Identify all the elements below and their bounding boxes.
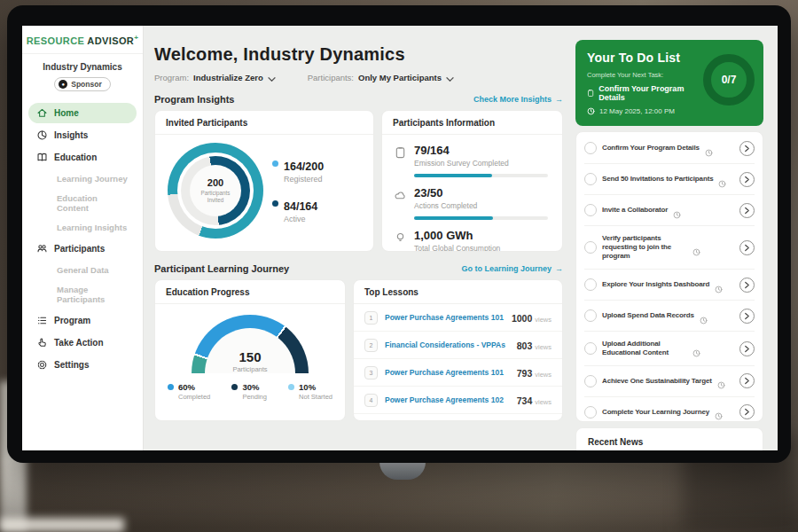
task-row[interactable]: Confirm Your Program Details bbox=[584, 133, 755, 164]
task-label: Send 50 Invitations to Participants bbox=[602, 175, 713, 184]
org-name: Industry Dynamics bbox=[22, 62, 143, 72]
views-count: 734 bbox=[517, 395, 533, 406]
task-row[interactable]: Verify participants requesting to join t… bbox=[584, 226, 755, 270]
donut-center-label: Participants Invited bbox=[198, 190, 233, 204]
lesson-row: 1 Power Purchase Agreements 101 1000view… bbox=[354, 304, 562, 332]
donut-center-value: 200 bbox=[207, 177, 223, 188]
sidebar-item-general-data[interactable]: General Data bbox=[28, 261, 137, 279]
views-suffix: views bbox=[535, 371, 552, 379]
invited-participants-body: 200 Participants Invited 164/200 Registe… bbox=[155, 135, 373, 239]
lesson-link[interactable]: Power Purchase Agreements 102 bbox=[385, 395, 510, 404]
sidebar-item-label: Program bbox=[54, 316, 90, 325]
list-icon bbox=[36, 315, 48, 326]
task-label: Explore Your Insights Dashboard bbox=[602, 280, 709, 289]
lesson-row: 3 Power Purchase Agreements 101 793views bbox=[354, 359, 562, 387]
sidebar-item-label: Participants bbox=[54, 244, 105, 254]
legend-dot bbox=[272, 160, 278, 167]
task-open-button[interactable] bbox=[739, 278, 755, 293]
gauge-label: Participants bbox=[192, 365, 309, 373]
pie-chart-icon bbox=[36, 129, 48, 141]
task-row[interactable]: Complete Your Learning Journey bbox=[584, 397, 755, 428]
sidebar-item-manage-participants[interactable]: Manage Participants bbox=[28, 280, 137, 309]
sidebar-item-participants[interactable]: Participants bbox=[28, 239, 137, 259]
sidebar-item-insights[interactable]: Insights bbox=[28, 125, 137, 145]
sponsor-icon: ● bbox=[59, 80, 67, 89]
task-checkbox[interactable] bbox=[584, 342, 597, 355]
task-label: Upload Additional Educational Content bbox=[602, 340, 687, 358]
lesson-rank: 3 bbox=[364, 366, 378, 379]
metric-label: Actions Completed bbox=[414, 201, 477, 210]
task-open-button[interactable] bbox=[739, 404, 755, 419]
legend-item-not-started: 10% Not Started bbox=[288, 382, 332, 401]
task-checkbox[interactable] bbox=[584, 309, 597, 322]
gear-icon bbox=[36, 359, 48, 371]
sidebar-item-learning-journey[interactable]: Learning Journey bbox=[28, 169, 137, 188]
sidebar-item-education[interactable]: Education bbox=[28, 147, 137, 168]
recent-news-card: Recent News bbox=[575, 427, 763, 450]
sponsor-badge-label: Sponsor bbox=[71, 80, 101, 89]
task-row[interactable]: Upload Additional Educational Content bbox=[584, 332, 755, 366]
sidebar-item-settings[interactable]: Settings bbox=[28, 355, 137, 375]
invited-participants-card: Invited Participants 200 Participants In… bbox=[154, 110, 374, 252]
legend-value: 84/164 bbox=[284, 200, 317, 213]
todo-progress-value: 0/7 bbox=[722, 74, 737, 86]
sponsor-badge[interactable]: ● Sponsor bbox=[54, 77, 110, 91]
sidebar-item-take-action[interactable]: Take Action bbox=[28, 332, 137, 353]
dashboard-screen: RESOURCE ADVISOR+ Industry Dynamics ● Sp… bbox=[22, 26, 778, 450]
views-suffix: views bbox=[535, 316, 552, 324]
task-open-button[interactable] bbox=[739, 240, 755, 255]
task-checkbox[interactable] bbox=[584, 204, 597, 216]
sidebar-item-home[interactable]: Home bbox=[28, 103, 137, 123]
views-count: 803 bbox=[517, 340, 533, 351]
monitor-bezel: RESOURCE ADVISOR+ Industry Dynamics ● Sp… bbox=[7, 5, 791, 463]
sidebar-item-learning-insights[interactable]: Learning Insights bbox=[28, 218, 137, 237]
legend-item-registered: 164/200 Registered bbox=[272, 158, 324, 184]
lesson-link[interactable]: Financial Considerations - VPPAs bbox=[385, 340, 510, 349]
clock-icon bbox=[692, 345, 700, 353]
check-more-insights-link[interactable]: Check More Insights → bbox=[473, 95, 563, 104]
sidebar-item-label: Home bbox=[54, 108, 79, 118]
program-filter[interactable]: Program: Industrialize Zero bbox=[154, 73, 276, 82]
go-to-learning-journey-link[interactable]: Go to Learning Journey → bbox=[461, 264, 563, 273]
lesson-link[interactable]: Power Purchase Agreements 101 bbox=[385, 313, 505, 322]
task-open-button[interactable] bbox=[739, 141, 755, 156]
legend-label: Completed bbox=[178, 393, 210, 401]
sidebar-item-label: Take Action bbox=[54, 338, 104, 348]
task-open-button[interactable] bbox=[739, 373, 755, 388]
task-open-button[interactable] bbox=[739, 341, 755, 356]
legend-label: Registered bbox=[284, 175, 324, 184]
clock-icon bbox=[715, 408, 723, 416]
task-checkbox[interactable] bbox=[584, 278, 597, 291]
task-checkbox[interactable] bbox=[584, 375, 597, 387]
task-row[interactable]: Invite a Collaborator bbox=[584, 195, 755, 226]
learning-journey-header: Participant Learning Journey Go to Learn… bbox=[154, 263, 563, 274]
todo-due: 12 May 2025, 12:00 PM bbox=[587, 107, 752, 115]
task-row[interactable]: Explore Your Insights Dashboard bbox=[584, 270, 755, 301]
program-insights-header: Program Insights Check More Insights → bbox=[154, 94, 563, 105]
participants-filter[interactable]: Participants: Only My Participants bbox=[308, 73, 454, 82]
metric-label: Emission Survey Completed bbox=[414, 159, 509, 168]
donut-center: 200 Participants Invited bbox=[190, 165, 241, 216]
lesson-link[interactable]: Power Purchase Agreements 101 bbox=[385, 368, 510, 377]
task-row[interactable]: Achieve One Sustainability Target bbox=[584, 366, 755, 397]
task-open-button[interactable] bbox=[739, 309, 755, 324]
legend-value: 60% bbox=[178, 382, 210, 392]
logo-text-secondary: ADVISOR bbox=[87, 35, 134, 46]
legend-value: 164/200 bbox=[284, 160, 324, 173]
sidebar-item-program[interactable]: Program bbox=[28, 310, 137, 331]
sidebar-nav: Home Insights Education Learning Journey… bbox=[22, 99, 143, 379]
legend-value: 30% bbox=[242, 382, 267, 392]
task-checkbox[interactable] bbox=[584, 173, 597, 185]
sidebar-item-education-content[interactable]: Education Content bbox=[28, 189, 137, 217]
task-open-button[interactable] bbox=[739, 172, 755, 187]
gauge-center-text: 150 Participants bbox=[192, 349, 309, 373]
metric-actions: 23/50 Actions Completed bbox=[382, 177, 562, 210]
task-checkbox[interactable] bbox=[584, 406, 597, 419]
task-checkbox[interactable] bbox=[584, 142, 597, 154]
task-checkbox[interactable] bbox=[584, 241, 597, 254]
task-row[interactable]: Upload Spend Data Records bbox=[584, 301, 755, 332]
task-row[interactable]: Send 50 Invitations to Participants bbox=[584, 164, 755, 195]
todo-panel: Your To Do List Complete Your Next Task:… bbox=[575, 40, 763, 450]
task-open-button[interactable] bbox=[739, 203, 755, 218]
legend-dot bbox=[231, 384, 238, 390]
